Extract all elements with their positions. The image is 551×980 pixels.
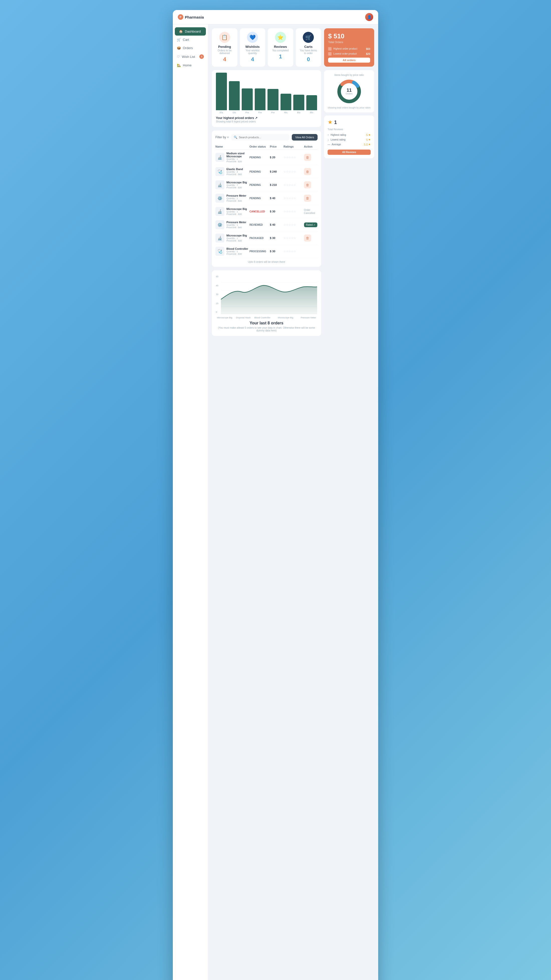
stat-card-pending: 📋 Pending Orders to be delivered 4 — [212, 28, 237, 67]
y-label: 60 — [216, 275, 218, 278]
sidebar-item-label: Home — [183, 64, 192, 67]
highest-order-value: $60 — [366, 48, 370, 50]
carts-desc: You have items to order — [299, 49, 318, 55]
action-cell: 🗑 — [304, 195, 318, 202]
sidebar-item-orders[interactable]: 📦 Orders — [173, 44, 208, 52]
bar-label: Mic — [284, 111, 287, 114]
sidebar-item-dashboard[interactable]: 🏠 Dashboard — [175, 27, 206, 36]
average-label: — Average — [327, 143, 341, 146]
price-value: $ 210 — [270, 183, 277, 186]
content-and-right: ElaDisPrePrePreMicBloBlo Your highest pr… — [212, 70, 374, 339]
pending-title: Pending — [215, 45, 234, 49]
x-label: Blood Controller — [254, 317, 271, 319]
product-qty: Quantity : 1 — [226, 158, 249, 160]
product-cell: 🔬 Microscope Big Quantity : 1 Price/Unit… — [215, 207, 249, 216]
donut-center-num: 11 — [346, 88, 353, 92]
stat-card-wishlists: 💙 Wishlists Your wishlist quantity 4 — [240, 28, 265, 67]
bar — [255, 88, 266, 110]
col-price: Price — [270, 145, 284, 148]
line-chart-wrap: 604530150 — [216, 274, 317, 314]
orders-icon: 📦 — [177, 46, 181, 50]
product-image: 🔬 — [215, 207, 224, 216]
product-qty: Quantity : 4 — [226, 170, 243, 173]
product-name: Elastic Band — [226, 168, 243, 170]
price-cell: $ 30 — [270, 210, 284, 213]
status-badge: PENDING — [249, 197, 261, 200]
bar-group: Blo — [293, 95, 304, 114]
product-cell: 🔬 Microscope Big Quantity : 7 Price/Unit… — [215, 180, 249, 189]
main-content: 📋 Pending Orders to be delivered 4 💙 Wis… — [208, 24, 378, 980]
col-status: Order status — [249, 145, 270, 148]
product-qty: Quantity : 1 — [226, 250, 248, 253]
table-footer: Upto 8 orders will be shown there — [215, 258, 318, 263]
star-row: ☆☆☆☆☆ — [284, 250, 304, 253]
delete-button[interactable]: 🗑 — [304, 154, 311, 161]
search-input[interactable] — [239, 136, 287, 139]
ratings-cell: ☆☆☆☆☆ — [284, 237, 304, 240]
status-badge: REVIEWED — [249, 223, 263, 226]
reviews-label: Total Reviews — [327, 128, 371, 131]
delete-button[interactable]: 🗑 — [304, 234, 311, 242]
bar-label: Pre — [258, 111, 262, 114]
pending-icon: 📋 — [219, 32, 230, 43]
delete-button[interactable]: 🗑 — [304, 168, 311, 175]
status-badge: PENDING — [249, 156, 261, 159]
bar — [281, 94, 292, 110]
all-reviews-button[interactable]: All Reviews — [327, 150, 371, 155]
donut-subtitle: Showing total orders bought by price rat… — [327, 107, 371, 109]
delete-button[interactable]: 🗑 — [304, 195, 311, 202]
price-cell: $ 240 — [270, 170, 284, 173]
logo-icon: P — [178, 14, 183, 20]
price-cell: $ 40 — [270, 223, 284, 226]
user-avatar[interactable]: 👤 — [365, 13, 373, 21]
all-orders-button[interactable]: All orders — [328, 57, 370, 63]
pending-desc: Orders to be delivered — [215, 49, 234, 55]
reviews-title: Reviews — [271, 45, 290, 49]
delete-button[interactable]: 🗑 — [304, 181, 311, 188]
sidebar-item-wishlist[interactable]: ♡ Wish List 4 — [173, 52, 208, 61]
star-big-icon: ★ — [327, 119, 333, 126]
status-cell: PENDING — [249, 197, 270, 200]
sidebar-item-label: Wish List — [182, 55, 195, 59]
line-chart-title: Your last 8 orders — [216, 321, 317, 325]
product-image: 🔬 — [215, 153, 224, 162]
logo: P Pharmasia — [178, 14, 204, 20]
table-row: 🔬 Microscope Big Quantity : 1 Price/Unit… — [215, 231, 318, 245]
price-cell: $ 30 — [270, 250, 284, 253]
sidebar-item-home[interactable]: 🏡 Home — [173, 61, 208, 69]
view-all-orders-button[interactable]: View All Orders — [292, 134, 318, 140]
product-cell: ⚙️ Pressure Meter Quantity : 1 Price/Uni… — [215, 194, 249, 203]
x-label: Disposal Mask — [236, 317, 251, 319]
table-row: 🔬 Microscope Big Quantity : 7 Price/Unit… — [215, 178, 318, 192]
product-name: Microscope Big — [226, 181, 247, 184]
carts-title: Carts — [299, 45, 318, 49]
bar-chart-title: Your highest priced orders ↗ — [216, 116, 317, 120]
product-price-unit: Price/Unit : $60 — [226, 173, 243, 176]
rated-button[interactable]: Rated ✓ — [304, 223, 317, 227]
table-row: 🔬 Medium sized Microscope Quantity : 1 P… — [215, 150, 318, 165]
sidebar-item-label: Cart — [183, 38, 189, 41]
bar-chart-section: ElaDisPrePrePreMicBloBlo Your highest pr… — [212, 70, 321, 127]
app-name: Pharmasia — [185, 15, 204, 19]
wishlists-icon: 💙 — [247, 32, 258, 43]
donut-container: 11 Orders — [327, 79, 371, 104]
price-value: $ 40 — [270, 197, 275, 200]
bar — [242, 88, 253, 110]
stat-card-carts: 🛒 Carts You have items to order 0 — [296, 28, 321, 67]
down-icon: ↓ — [328, 52, 332, 56]
table-header: Name Order status Price Ratings Action — [215, 143, 318, 150]
total-orders-card: $ 510 Total Orders ↑ Highest order produ… — [324, 28, 374, 67]
product-qty: Quantity : 1 — [226, 197, 246, 200]
action-cell: 🗑 — [304, 234, 318, 242]
cancelled-text: Order Cancelled — [304, 209, 315, 215]
down-arrow-icon: ↓ — [327, 138, 329, 141]
carts-value: 0 — [299, 56, 318, 63]
filter-label: Filter by ▿ — [215, 135, 229, 139]
product-price-unit: Price/Unit : $40 — [226, 226, 246, 229]
x-label: Microscope Big — [278, 317, 293, 319]
highest-rating-label: ↑ Highest rating — [327, 134, 346, 136]
sidebar-item-cart[interactable]: 🛒 Cart — [173, 36, 208, 44]
bar-group: Pre — [255, 88, 266, 114]
bar-chart-subtitle: Showing total 8 higest priced orders — [216, 120, 317, 123]
donut-center: 11 Orders — [346, 88, 353, 95]
